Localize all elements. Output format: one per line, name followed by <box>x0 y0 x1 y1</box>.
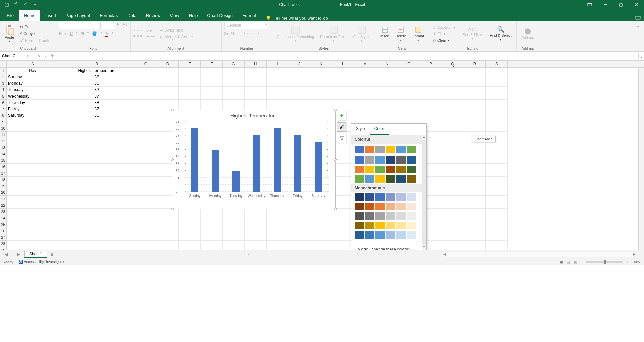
cell[interactable] <box>135 228 157 234</box>
cell[interactable] <box>310 74 332 80</box>
cell[interactable] <box>376 112 398 119</box>
cell[interactable] <box>267 80 288 87</box>
color-scheme-option[interactable] <box>351 230 426 240</box>
chart-bar[interactable] <box>294 135 301 192</box>
row-header[interactable]: 21 <box>0 196 7 202</box>
cell[interactable] <box>464 234 486 241</box>
cell[interactable] <box>486 151 508 157</box>
cell[interactable] <box>310 247 332 250</box>
cell[interactable] <box>201 241 223 247</box>
cell[interactable] <box>59 202 135 209</box>
row-header[interactable]: 4 <box>0 87 7 93</box>
minimize-button[interactable] <box>597 0 613 9</box>
cell[interactable] <box>464 209 486 215</box>
tab-page-layout[interactable]: Page Layout <box>61 10 95 21</box>
chart-bar[interactable] <box>191 128 198 192</box>
cell[interactable] <box>486 183 508 189</box>
cell[interactable] <box>420 80 442 87</box>
cell[interactable] <box>464 80 486 87</box>
cell[interactable] <box>464 74 486 80</box>
cell[interactable] <box>310 241 332 247</box>
cell[interactable] <box>442 170 464 177</box>
delete-cells-button[interactable]: Delete▾ <box>393 25 408 43</box>
tab-style[interactable]: Style <box>351 124 370 135</box>
cell[interactable] <box>464 157 486 164</box>
column-header[interactable]: L <box>332 61 354 67</box>
cell[interactable] <box>245 68 267 74</box>
qat-dropdown-icon[interactable]: ▾ <box>31 1 39 9</box>
cell[interactable] <box>464 112 486 119</box>
cell[interactable] <box>464 215 486 221</box>
cell[interactable] <box>267 68 288 74</box>
cell[interactable] <box>223 68 245 74</box>
cell[interactable] <box>59 151 135 157</box>
cell[interactable] <box>398 74 420 80</box>
cell[interactable] <box>179 215 201 221</box>
format-cells-button[interactable]: Format▾ <box>410 25 426 43</box>
cell[interactable] <box>135 183 157 189</box>
cell[interactable] <box>464 164 486 170</box>
tab-help[interactable]: Help <box>184 10 202 21</box>
cell[interactable] <box>486 209 508 215</box>
cell[interactable] <box>59 196 135 202</box>
cell[interactable] <box>486 228 508 234</box>
row-header[interactable]: 10 <box>0 125 7 132</box>
row-header[interactable]: 29 <box>0 247 7 250</box>
cell[interactable] <box>7 228 59 234</box>
cell[interactable]: Tuesday <box>7 87 59 93</box>
comments-icon[interactable] <box>635 16 644 21</box>
chart-filters-button[interactable] <box>337 134 346 143</box>
cell[interactable] <box>310 100 332 106</box>
row-header[interactable]: 23 <box>0 209 7 215</box>
cell[interactable] <box>157 247 179 250</box>
cell[interactable] <box>486 119 508 125</box>
cell[interactable] <box>486 106 508 112</box>
cell[interactable] <box>7 125 59 132</box>
cell[interactable] <box>201 74 223 80</box>
cell[interactable]: Highest Temperature <box>59 68 135 74</box>
cell[interactable] <box>420 93 442 100</box>
row-header[interactable]: 8 <box>0 112 7 119</box>
cell[interactable] <box>135 170 157 177</box>
cell[interactable] <box>157 93 179 100</box>
cell[interactable] <box>464 170 486 177</box>
cell[interactable] <box>7 241 59 247</box>
row-header[interactable]: 15 <box>0 157 7 164</box>
cell[interactable] <box>7 209 59 215</box>
tell-me[interactable]: 💡 Tell me what you want to do <box>261 16 332 21</box>
column-header[interactable]: B <box>59 61 135 67</box>
cell[interactable] <box>486 157 508 164</box>
align-buttons[interactable]: ≡ ≡ ≡ ≡ ≡ ≡ <box>133 29 143 39</box>
cell[interactable] <box>442 221 464 228</box>
cell[interactable] <box>442 119 464 125</box>
cell[interactable] <box>464 228 486 234</box>
cell[interactable] <box>376 68 398 74</box>
cell[interactable] <box>179 87 201 93</box>
cell[interactable] <box>135 80 157 87</box>
cell[interactable] <box>135 215 157 221</box>
cell[interactable] <box>59 183 135 189</box>
chart-bar[interactable] <box>232 171 240 192</box>
row-header[interactable]: 18 <box>0 177 7 183</box>
cell[interactable] <box>486 125 508 132</box>
cell[interactable] <box>267 234 288 241</box>
name-box[interactable]: Chart 2▾ <box>0 52 31 60</box>
ribbon-display-icon[interactable] <box>582 0 597 9</box>
zoom-in-button[interactable]: + <box>626 260 628 264</box>
find-select-button[interactable]: 🔍Find & Select▾ <box>487 26 513 42</box>
cell[interactable] <box>59 170 135 177</box>
cell[interactable] <box>135 106 157 112</box>
color-scheme-option[interactable] <box>351 155 426 165</box>
cell[interactable] <box>464 183 486 189</box>
cell[interactable] <box>201 209 223 215</box>
cell[interactable] <box>267 247 288 250</box>
cell[interactable] <box>7 183 59 189</box>
row-header[interactable]: 2 <box>0 74 7 80</box>
cell[interactable] <box>288 215 310 221</box>
row-header[interactable]: 25 <box>0 221 7 228</box>
cell[interactable] <box>332 74 354 80</box>
cell[interactable] <box>310 93 332 100</box>
color-scheme-option[interactable] <box>351 165 426 174</box>
cell[interactable] <box>288 80 310 87</box>
chart-plot-area[interactable]: 2930313233343536373839 <box>185 121 329 192</box>
